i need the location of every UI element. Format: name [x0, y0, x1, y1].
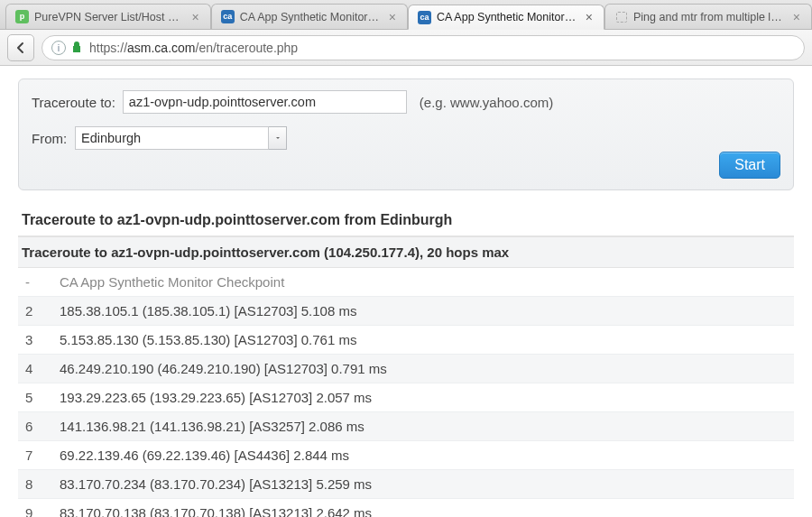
tab-favicon: ca	[221, 10, 235, 23]
hop-number: 5	[18, 383, 52, 412]
hop-text: 5.153.85.130 (5.153.85.130) [AS12703] 0.…	[52, 326, 794, 355]
hop-number: 9	[18, 499, 52, 518]
tab-favicon	[614, 10, 628, 23]
url-host: asm.ca.com	[127, 41, 195, 55]
hop-number: 8	[18, 470, 52, 499]
hops-table: -CA App Synthetic Monitor Checkpoint2185…	[18, 268, 794, 517]
hop-text: 193.29.223.65 (193.29.223.65) [AS12703] …	[52, 383, 794, 412]
results-title: Traceroute to az1-ovpn-udp.pointtoserver…	[18, 208, 794, 236]
results-subtitle: Traceroute to az1-ovpn-udp.pointtoserver…	[18, 236, 794, 268]
address-url: https://asm.ca.com/en/traceroute.php	[89, 41, 298, 55]
traceroute-results: Traceroute to az1-ovpn-udp.pointtoserver…	[18, 208, 794, 517]
table-row: 5193.29.223.65 (193.29.223.65) [AS12703]…	[18, 383, 794, 412]
info-icon: i	[51, 41, 66, 55]
traceroute-from-row: From:	[32, 126, 780, 150]
tab-close-icon[interactable]: ×	[584, 11, 595, 23]
tab-close-icon[interactable]: ×	[190, 11, 201, 23]
tab-close-icon[interactable]: ×	[387, 11, 398, 23]
tab-label: Ping and mtr from multiple loca…	[633, 11, 786, 23]
hop-text: 141.136.98.21 (141.136.98.21) [AS3257] 2…	[52, 412, 794, 441]
table-row: 446.249.210.190 (46.249.210.190) [AS1270…	[18, 355, 794, 383]
traceroute-form-panel: Traceroute to: (e.g. www.yahoo.com) From…	[18, 78, 794, 190]
table-row: 35.153.85.130 (5.153.85.130) [AS12703] 0…	[18, 326, 794, 355]
browser-tab[interactable]: caCA App Synthetic Monitor …×	[211, 4, 408, 29]
hop-text: 83.170.70.234 (83.170.70.234) [AS13213] …	[52, 470, 794, 499]
arrow-left-icon	[14, 42, 27, 54]
browser-toolbar: i https://asm.ca.com/en/traceroute.php	[0, 30, 812, 66]
tab-favicon: p	[15, 10, 29, 23]
hop-number: 2	[18, 297, 52, 326]
tab-label: PureVPN Server List/Host n…	[34, 11, 185, 23]
tab-favicon: ca	[418, 11, 431, 24]
start-button[interactable]: Start	[719, 152, 780, 179]
back-button[interactable]	[7, 34, 34, 61]
from-dropdown-button[interactable]	[269, 126, 287, 150]
traceroute-to-label: Traceroute to:	[32, 95, 115, 110]
page-content: Traceroute to: (e.g. www.yahoo.com) From…	[0, 66, 812, 517]
tab-close-icon[interactable]: ×	[791, 11, 802, 23]
hop-text: 69.22.139.46 (69.22.139.46) [AS4436] 2.8…	[52, 441, 794, 470]
hop-number: 4	[18, 355, 52, 383]
from-location-select[interactable]	[75, 126, 269, 150]
browser-tab-active[interactable]: caCA App Synthetic Monitor …×	[408, 5, 604, 30]
hops-head-row: -CA App Synthetic Monitor Checkpoint	[18, 268, 794, 297]
url-path: /en/traceroute.php	[196, 41, 299, 55]
browser-tab[interactable]: pPureVPN Server List/Host n…×	[5, 4, 211, 29]
tab-label: CA App Synthetic Monitor …	[437, 11, 578, 23]
traceroute-hint: (e.g. www.yahoo.com)	[420, 95, 553, 110]
hop-number: 3	[18, 326, 52, 355]
tab-label: CA App Synthetic Monitor …	[240, 11, 382, 23]
hop-number: 7	[18, 441, 52, 470]
table-row: 983.170.70.138 (83.170.70.138) [AS13213]…	[18, 499, 794, 518]
table-row: 2185.38.105.1 (185.38.105.1) [AS12703] 5…	[18, 297, 794, 326]
table-row: 769.22.139.46 (69.22.139.46) [AS4436] 2.…	[18, 441, 794, 470]
hop-text: 46.249.210.190 (46.249.210.190) [AS12703…	[52, 355, 794, 383]
hop-number: -	[18, 268, 52, 297]
from-label: From:	[32, 131, 68, 146]
chevron-down-icon	[273, 134, 282, 143]
table-row: 6141.136.98.21 (141.136.98.21) [AS3257] …	[18, 412, 794, 441]
url-scheme: https://	[89, 41, 127, 55]
hop-number: 6	[18, 412, 52, 441]
browser-tab[interactable]: Ping and mtr from multiple loca…×	[604, 4, 812, 29]
traceroute-target-input[interactable]	[123, 90, 407, 114]
traceroute-target-row: Traceroute to: (e.g. www.yahoo.com)	[32, 90, 780, 114]
table-row: 883.170.70.234 (83.170.70.234) [AS13213]…	[18, 470, 794, 499]
hop-text: 83.170.70.138 (83.170.70.138) [AS13213] …	[52, 499, 794, 518]
hop-text: 185.38.105.1 (185.38.105.1) [AS12703] 5.…	[52, 297, 794, 326]
browser-tabbar: pPureVPN Server List/Host n…×caCA App Sy…	[0, 0, 812, 30]
lock-icon	[71, 41, 82, 55]
address-bar[interactable]: i https://asm.ca.com/en/traceroute.php	[42, 35, 805, 60]
hop-text: CA App Synthetic Monitor Checkpoint	[52, 268, 794, 297]
